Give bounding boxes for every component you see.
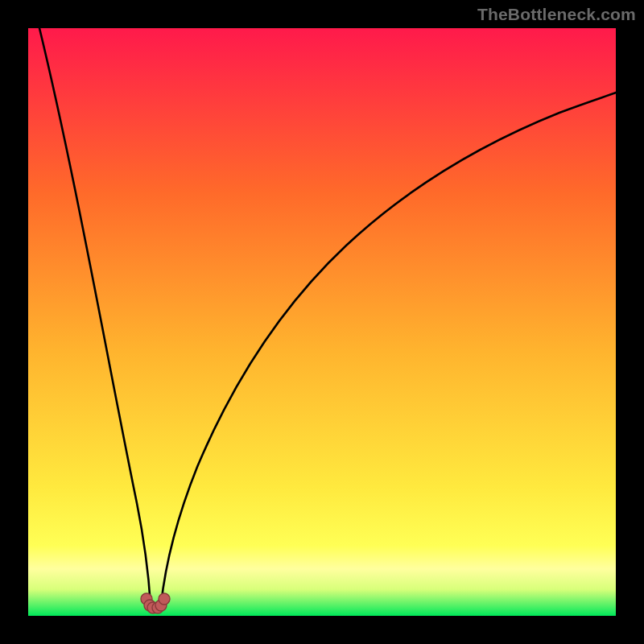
plot-area [28,28,616,616]
chart-stage: TheBottleneck.com [0,0,644,644]
watermark-text: TheBottleneck.com [477,5,636,24]
plot-svg [28,28,616,616]
svg-point-5 [159,593,170,605]
gradient-background [28,28,616,616]
